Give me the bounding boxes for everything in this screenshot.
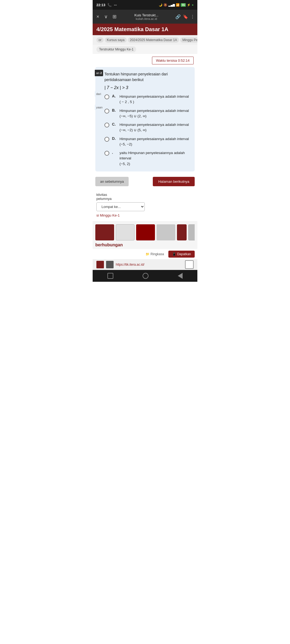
related-item-2[interactable]: [116, 224, 135, 240]
android-home-button[interactable]: [143, 273, 148, 279]
radio-d[interactable]: [104, 137, 109, 142]
status-bar: 22:13 📞 ··· 🌙 🔕 ▂▄▆ 📶 55 ⚡ ●: [93, 0, 197, 10]
side-label-pertanyaan: yaan: [95, 105, 104, 110]
next-button[interactable]: Halaman berikutnya: [153, 177, 195, 186]
tik-logo-1: [96, 261, 104, 268]
browser-title-block: Kuis Terstrukt... kuliah.itera.ac.id: [120, 13, 173, 20]
expand-icon[interactable]: [185, 260, 194, 269]
bookmark-icon[interactable]: 🔖: [183, 14, 188, 19]
sub-breadcrumb: Terstruktur Minggu Ke-1: [93, 45, 197, 54]
related-title: berhubungan: [95, 243, 195, 247]
option-label-e: .: [112, 150, 117, 155]
browser-actions: 🔗 🔖 ⋮: [175, 14, 195, 19]
browser-title-main: Kuis Terstrukt...: [120, 13, 173, 17]
related-item-1[interactable]: [95, 224, 114, 240]
related-item-5[interactable]: [177, 224, 187, 240]
related-item-3[interactable]: [136, 224, 155, 240]
option-text-e: yaitu Himpunan penyelesaiannya adalah in…: [119, 150, 191, 167]
browser-toolbar: × ∨ ⊞ Kuis Terstrukt... kuliah.itera.ac.…: [93, 10, 197, 24]
side-label-dari: dari: [95, 91, 102, 97]
option-label-c: C.: [112, 122, 117, 126]
activity-title-2: pelumnya: [96, 197, 194, 201]
status-left: 22:13 📞 ···: [96, 3, 117, 7]
signal-icon: ▂▄▆: [168, 3, 175, 7]
share-icon[interactable]: 🔗: [175, 14, 181, 19]
android-square-button[interactable]: [107, 273, 113, 279]
url-bar-section: https://tik.itera.ac.id/: [93, 259, 197, 270]
ringkasan-link[interactable]: 📁 Ringkasa: [146, 252, 164, 256]
timer-box: Waktu tersisa 0:52:14: [152, 57, 194, 64]
question-instruction: Tentukan himpunan penyelesaian dari pert…: [104, 71, 191, 83]
close-button[interactable]: ×: [95, 13, 100, 21]
radio-e[interactable]: [104, 151, 109, 156]
activity-title-1: ktivitas: [96, 193, 194, 197]
question-number-badge: an 2: [95, 70, 103, 76]
tik-logo-2: [106, 261, 114, 268]
dots-icon: ···: [114, 3, 117, 7]
moon-icon: 🌙: [159, 3, 162, 7]
option-e[interactable]: . yaitu Himpunan penyelesaiannya adalah …: [104, 150, 191, 167]
option-a[interactable]: A. Himpunan penyelesaiannya adalah inter…: [104, 94, 191, 105]
timer-row: Waktu tersisa 0:52:14: [93, 54, 197, 65]
breadcrumb-item-kursus[interactable]: Kursus saya: [105, 37, 127, 43]
url-text[interactable]: https://tik.itera.ac.id/: [116, 263, 144, 266]
prev-activity-link[interactable]: si Minggu Ke-1: [96, 213, 194, 217]
radio-a[interactable]: [104, 94, 109, 99]
dapatkan-label: Dapatkan: [177, 252, 191, 256]
dropdown-button[interactable]: ∨: [103, 13, 109, 21]
option-b[interactable]: B. Himpunan penyelesaiannya adalah inter…: [104, 108, 191, 119]
option-label-a: A.: [112, 94, 117, 98]
bottom-action-bar: 📁 Ringkasa 📱 Dapatkan: [93, 249, 197, 259]
phone-icon: 📞: [107, 3, 112, 7]
related-item-4[interactable]: [157, 224, 175, 240]
status-right: 🌙 🔕 ▂▄▆ 📶 55 ⚡ ●: [159, 3, 194, 7]
dot-icon: ●: [192, 3, 194, 6]
option-d[interactable]: D. Himpunan penyelesaiannya adalah inter…: [104, 136, 191, 147]
tabs-button[interactable]: ⊞: [111, 13, 118, 21]
sub-breadcrumb-item[interactable]: Terstruktur Minggu Ke-1: [96, 46, 136, 52]
question-formula: | 7 − 2x | > 3: [104, 85, 191, 90]
charging-icon: ⚡: [187, 3, 191, 7]
option-label-b: B.: [112, 108, 117, 112]
radio-c[interactable]: [104, 123, 109, 127]
option-text-b: Himpunan penyelesaiannya adalah interval…: [119, 108, 189, 119]
related-item-6[interactable]: [188, 224, 195, 240]
browser-url: kuliah.itera.ac.id: [120, 17, 173, 20]
option-text-c: Himpunan penyelesaiannya adalah interval…: [119, 122, 189, 133]
folder-icon: 📁: [146, 252, 150, 256]
page-header: 4/2025 Matematika Dasar 1A: [93, 24, 197, 35]
timer-label: Waktu tersisa: [156, 58, 177, 63]
activity-section: ktivitas pelumnya Lompat ke... Pertanyaa…: [93, 190, 197, 218]
breadcrumb: or Kursus saya 2024/2025 Matematika Dasa…: [93, 35, 197, 45]
timer-value: 0:52:14: [178, 58, 190, 63]
related-grid: [95, 224, 195, 240]
option-c[interactable]: C. Himpunan penyelesaiannya adalah inter…: [104, 122, 191, 133]
options-list: A. Himpunan penyelesaiannya adalah inter…: [104, 94, 191, 167]
option-text-d: Himpunan penyelesaiannya adalah interval…: [119, 136, 189, 147]
related-section: berhubungan: [93, 221, 197, 249]
jump-select[interactable]: Lompat ke... Pertanyaan 1 Pertanyaan 2 P…: [96, 202, 145, 211]
nav-buttons: an sebelumnya Halaman berikutnya: [93, 173, 197, 190]
dapatkan-button[interactable]: 📱 Dapatkan: [168, 251, 195, 258]
prev-button[interactable]: an sebelumnya: [95, 177, 129, 186]
breadcrumb-item-or[interactable]: or: [96, 37, 104, 43]
android-nav-bar: [93, 270, 197, 282]
option-text-a: Himpunan penyelesaiannya adalah interval…: [119, 94, 189, 105]
question-card: an 2 dari yaan Tentukan himpunan penyele…: [95, 67, 195, 171]
more-icon[interactable]: ⋮: [190, 14, 195, 19]
battery-indicator: 55: [181, 3, 186, 7]
mute-icon: 🔕: [164, 3, 167, 7]
android-back-button[interactable]: [178, 273, 183, 279]
page-title: 4/2025 Matematika Dasar 1A: [96, 26, 194, 32]
option-label-d: D.: [112, 136, 117, 141]
clock: 22:13: [96, 3, 105, 7]
breadcrumb-item-minggu[interactable]: Minggu Pert...: [180, 37, 197, 43]
ringkasan-label: Ringkasa: [151, 252, 164, 256]
phone-small-icon: 📱: [172, 252, 176, 256]
breadcrumb-item-matematika[interactable]: 2024/2025 Matematika Dasar 1A: [128, 37, 179, 43]
radio-b[interactable]: [104, 109, 109, 114]
wifi-icon: 📶: [176, 3, 180, 7]
